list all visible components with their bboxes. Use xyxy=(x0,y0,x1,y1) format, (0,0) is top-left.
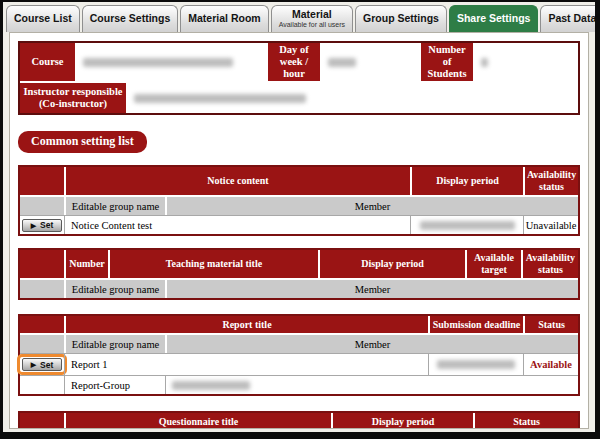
notice-member-subheader: Member xyxy=(165,197,578,215)
tab-group-settings[interactable]: Group Settings xyxy=(355,5,447,32)
notice-title-cell: Notice Content test xyxy=(64,216,410,234)
report-status-cell: Available xyxy=(523,354,578,375)
material-set-header xyxy=(20,250,64,278)
report-set-cell: ▶Set xyxy=(20,354,64,375)
number-of-students-label: Number of Students xyxy=(421,43,473,81)
report-group-set-cell xyxy=(20,376,64,394)
report-deadline-cell xyxy=(428,354,523,375)
notice-content-header: Notice content xyxy=(64,167,410,195)
report-group-row: Report-Group xyxy=(20,375,578,394)
highlight-box: ▶Set xyxy=(17,354,67,375)
tab-share-settings[interactable]: Share Settings xyxy=(449,5,539,32)
material-subheader-spacer xyxy=(20,280,64,298)
material-title-header: Teaching material title xyxy=(108,250,318,278)
material-availability-status-header: Availability status xyxy=(521,250,578,278)
questionnaire-display-period-header: Display period xyxy=(331,413,473,429)
report-member-subheader: Member xyxy=(165,335,578,353)
tab-past-data[interactable]: Past Data xyxy=(540,5,600,32)
day-of-week-label: Day of week / hour xyxy=(268,43,320,81)
redacted-instructor-value xyxy=(134,94,306,103)
notice-display-period-header: Display period xyxy=(410,167,523,195)
report-set-header xyxy=(20,316,64,333)
report-table: Report title Submission deadline Status … xyxy=(18,314,580,396)
app-window: Course List Course Settings Material Roo… xyxy=(0,0,600,439)
teaching-material-table: Number Teaching material title Display p… xyxy=(18,248,580,300)
questionnaire-table: Questionnaire title Display period Statu… xyxy=(18,411,580,429)
tab-label: Material xyxy=(292,9,332,21)
instructor-label: Instructor responsible (Co-instructor) xyxy=(20,83,126,113)
instructor-value xyxy=(126,83,578,113)
report-title-cell: Report 1 xyxy=(64,354,428,375)
questionnaire-set-header xyxy=(20,413,64,429)
report-set-button[interactable]: ▶Set xyxy=(22,358,62,371)
questionnaire-title-header: Questionnaire title xyxy=(64,413,331,429)
tab-label: Course Settings xyxy=(90,13,171,25)
notice-set-cell: ▶Set xyxy=(20,216,64,234)
course-value xyxy=(75,43,268,81)
notice-set-button[interactable]: ▶Set xyxy=(22,219,62,232)
report-group-member-cell xyxy=(165,376,578,394)
play-icon: ▶ xyxy=(31,361,36,368)
report-group-name-cell: Report-Group xyxy=(64,376,165,394)
notice-availability-status-header: Availability status xyxy=(523,167,578,195)
redacted-day-value xyxy=(328,58,356,67)
notice-subheader-spacer xyxy=(20,197,64,215)
report-title-header: Report title xyxy=(64,316,428,333)
report-status-header: Status xyxy=(523,316,578,333)
report-row: ▶Set Report 1 Available xyxy=(20,353,578,375)
play-icon: ▶ xyxy=(31,222,36,229)
report-submission-deadline-header: Submission deadline xyxy=(428,316,523,333)
material-editable-group-subheader: Editable group name xyxy=(64,280,165,298)
tab-material-all-users[interactable]: Material Available for all users xyxy=(271,5,353,32)
number-of-students-value xyxy=(473,43,578,81)
tab-course-list[interactable]: Course List xyxy=(6,5,80,32)
material-member-subheader: Member xyxy=(165,280,578,298)
report-editable-group-subheader: Editable group name xyxy=(64,335,165,353)
tab-material-room[interactable]: Material Room xyxy=(180,5,268,32)
notice-header-row: Notice content Display period Availabili… xyxy=(20,167,578,195)
material-subheader-row: Editable group name Member xyxy=(20,278,578,298)
notice-set-header xyxy=(20,167,64,195)
tab-label: Material Room xyxy=(188,13,260,25)
tab-label: Past Data xyxy=(548,13,596,25)
course-info-row-1: Course Day of week / hour Number of Stud… xyxy=(20,43,578,81)
common-setting-list-button[interactable]: Common setting list xyxy=(18,131,147,153)
report-subheader-row: Editable group name Member xyxy=(20,333,578,353)
tab-label: Share Settings xyxy=(457,13,531,25)
notice-period-cell xyxy=(410,216,523,234)
questionnaire-status-header: Status xyxy=(473,413,578,429)
course-info-row-2: Instructor responsible (Co-instructor) xyxy=(20,81,578,113)
material-available-target-header: Available target xyxy=(465,250,521,278)
notice-status-cell: Unavailable xyxy=(523,216,578,234)
redacted-students-value xyxy=(481,58,488,67)
redacted-notice-period xyxy=(420,221,515,230)
report-subheader-spacer xyxy=(20,335,64,353)
redacted-report-deadline xyxy=(437,360,515,369)
tab-course-settings[interactable]: Course Settings xyxy=(82,5,179,32)
notice-subheader-row: Editable group name Member xyxy=(20,195,578,215)
redacted-report-group-member xyxy=(172,381,250,390)
notice-row: ▶Set Notice Content test Unavailable xyxy=(20,215,578,234)
tab-label: Group Settings xyxy=(363,13,439,25)
redacted-course-value xyxy=(83,58,233,67)
material-number-header: Number xyxy=(64,250,108,278)
material-header-row: Number Teaching material title Display p… xyxy=(20,250,578,278)
day-of-week-value xyxy=(320,43,421,81)
tab-label: Course List xyxy=(14,13,72,25)
questionnaire-header-row: Questionnaire title Display period Statu… xyxy=(20,413,578,429)
course-label: Course xyxy=(20,43,75,81)
notice-table: Notice content Display period Availabili… xyxy=(18,165,580,236)
content-panel: Course Day of week / hour Number of Stud… xyxy=(9,32,589,429)
course-info-table: Course Day of week / hour Number of Stud… xyxy=(18,41,580,115)
material-display-period-header: Display period xyxy=(318,250,465,278)
tab-bar: Course List Course Settings Material Roo… xyxy=(3,2,595,32)
notice-editable-group-subheader: Editable group name xyxy=(64,197,165,215)
tab-sublabel: Available for all users xyxy=(279,21,345,29)
report-header-row: Report title Submission deadline Status xyxy=(20,316,578,333)
